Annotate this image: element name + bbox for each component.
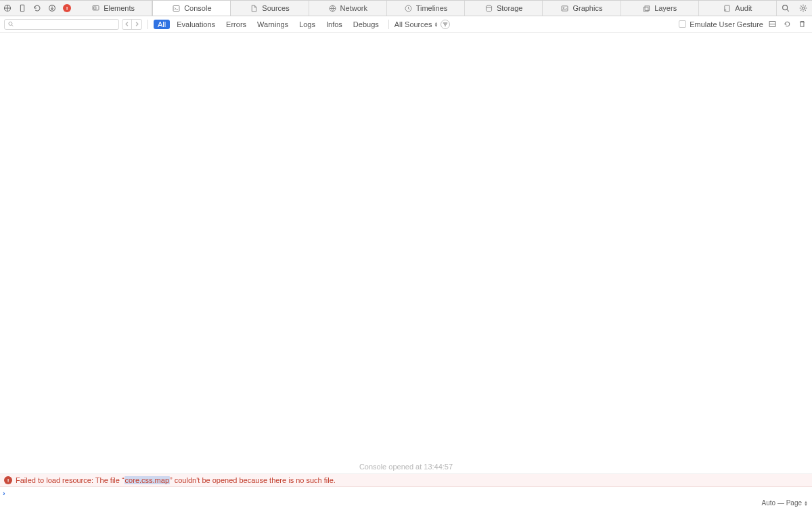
console-toolbar: All Evaluations Errors Warnings Logs Inf… (0, 16, 812, 33)
tab-layers-label: Layers (654, 4, 677, 12)
split-console-icon[interactable] (766, 18, 778, 30)
sources-select-label: All Sources (394, 20, 432, 28)
console-prompt-row[interactable]: › (0, 487, 812, 499)
toolbar-divider (148, 20, 148, 29)
filter-search-input[interactable] (16, 20, 116, 28)
error-badge-text: ! (66, 5, 68, 12)
svg-point-11 (486, 5, 491, 7)
filter-warnings[interactable]: Warnings (253, 20, 292, 29)
svg-rect-15 (645, 5, 650, 10)
toolbar-divider-2 (388, 20, 389, 29)
filter-prev-button[interactable] (122, 20, 132, 29)
tab-sources[interactable]: Sources (231, 1, 309, 16)
tab-graphics-label: Graphics (572, 4, 602, 12)
tab-sources-label: Sources (262, 4, 289, 12)
search-small-icon (7, 20, 14, 28)
tab-graphics[interactable]: Graphics (543, 1, 621, 16)
tab-audit[interactable]: Audit (699, 1, 777, 16)
gear-icon[interactable] (794, 1, 812, 16)
emulate-label: Emulate User Gesture (690, 20, 763, 28)
svg-point-19 (802, 7, 805, 9)
console-body: Console opened at 13:44:57 ! Failed to l… (0, 33, 812, 508)
tab-console[interactable]: Console (152, 1, 231, 16)
console-error-row[interactable]: ! Failed to load resource: The file “cor… (0, 474, 812, 487)
error-text-suffix: ” couldn't be opened because there is no… (170, 476, 336, 484)
emulate-checkbox[interactable] (679, 20, 686, 28)
tab-console-label: Console (184, 4, 211, 12)
filter-debugs[interactable]: Debugs (349, 20, 383, 29)
device-icon[interactable] (15, 1, 30, 16)
svg-point-20 (9, 22, 12, 25)
svg-rect-6 (94, 7, 96, 9)
error-icon: ! (4, 476, 12, 484)
tab-timelines-label: Timelines (416, 4, 448, 12)
tab-elements[interactable]: Elements (74, 1, 152, 16)
error-count-badge[interactable]: ! (60, 4, 74, 12)
tab-layers[interactable]: Layers (621, 1, 699, 16)
console-opened-divider: Console opened at 13:44:57 (0, 460, 812, 474)
filter-infos[interactable]: Infos (322, 20, 346, 29)
right-icon-cluster (777, 1, 812, 16)
clear-console-icon[interactable] (796, 18, 808, 30)
updown-icon: ▲▼ (434, 22, 438, 27)
execution-context-bar[interactable]: Auto — Page ▲▼ (0, 499, 812, 508)
svg-rect-3 (20, 5, 24, 12)
filter-all[interactable]: All (154, 20, 170, 29)
filter-nav-arrows (122, 19, 142, 30)
tab-audit-label: Audit (735, 4, 752, 12)
devtools-tabbar: ! Elements Console Sources Network Timel… (0, 0, 812, 16)
svg-line-18 (787, 9, 789, 12)
reload-icon[interactable] (30, 1, 45, 16)
tab-elements-label: Elements (104, 4, 135, 12)
updown-icon-2: ▲▼ (804, 501, 808, 506)
filter-evaluations[interactable]: Evaluations (173, 20, 219, 29)
filter-search-wrap[interactable] (4, 19, 119, 30)
svg-rect-7 (173, 5, 179, 11)
search-icon[interactable] (777, 1, 794, 16)
filter-next-button[interactable] (132, 20, 141, 29)
svg-rect-14 (644, 7, 649, 12)
sources-select[interactable]: All Sources ▲▼ (394, 20, 438, 28)
download-icon[interactable] (45, 1, 60, 16)
tab-timelines[interactable]: Timelines (387, 1, 465, 16)
error-file-name[interactable]: core.css.map (125, 476, 170, 484)
prompt-chevron-icon: › (3, 489, 5, 497)
left-icon-cluster: ! (0, 1, 74, 16)
tab-storage[interactable]: Storage (465, 1, 543, 16)
svg-point-13 (563, 7, 564, 8)
close-sidebar-icon[interactable] (0, 1, 15, 16)
tab-network[interactable]: Network (309, 1, 387, 16)
svg-point-17 (783, 5, 788, 10)
filter-logs[interactable]: Logs (295, 20, 319, 29)
emulate-user-gesture[interactable]: Emulate User Gesture (679, 20, 763, 28)
scope-filter-icon[interactable] (441, 20, 450, 29)
context-label: Auto — Page (762, 499, 802, 507)
tab-storage-label: Storage (497, 4, 523, 12)
tab-network-label: Network (340, 4, 367, 12)
svg-rect-16 (725, 5, 729, 12)
svg-line-21 (12, 25, 13, 26)
filter-errors[interactable]: Errors (222, 20, 250, 29)
error-text-prefix: Failed to load resource: The file “ (16, 476, 125, 484)
preserve-log-icon[interactable] (781, 18, 793, 30)
